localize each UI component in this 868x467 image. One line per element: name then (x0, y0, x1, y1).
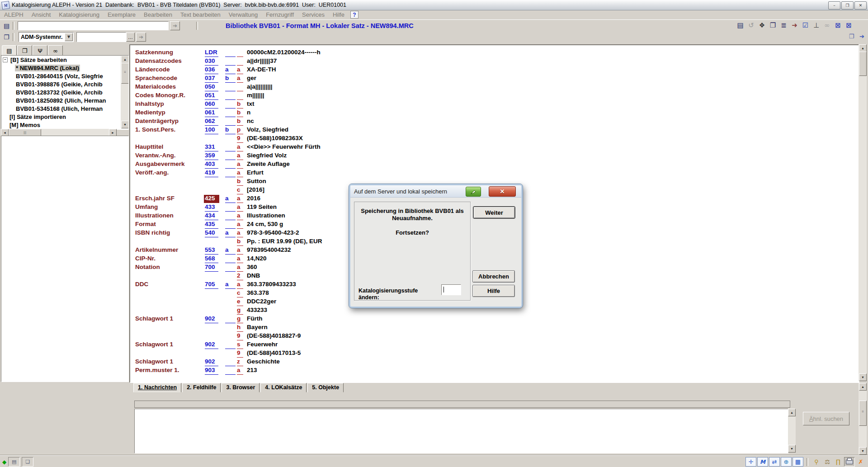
field-value[interactable]: 24 cm, 530 g (247, 221, 283, 228)
record-row[interactable]: SatzkennungLDR00000cM2.01200024------h (130, 49, 859, 57)
field-tag[interactable]: 331 (205, 143, 218, 151)
move-panes-icon[interactable]: ✛ (745, 457, 756, 467)
field-value[interactable]: 2016 (247, 195, 260, 203)
record-row[interactable]: Ländercode036aaXA-DE-TH (130, 66, 859, 75)
tree-item[interactable]: [M] Memos (1, 121, 128, 129)
record-row[interactable]: 9(DE-588)10982363X (130, 135, 859, 143)
field-value[interactable]: (DE-588)10982363X (247, 135, 303, 142)
open-book-icon[interactable]: ❐ (768, 21, 778, 30)
close-record-icon[interactable]: ⊠ (833, 21, 843, 30)
tree-item[interactable]: BVB01-1283732 (Geikie, Archib (1, 88, 128, 96)
scale-icon[interactable]: ⚖ (822, 458, 832, 466)
field-value[interactable]: Erfurt (247, 169, 264, 177)
tree-item[interactable]: −[B] Sätze bearbeiten (1, 56, 128, 64)
tab-5-objekte[interactable]: 5. Objekte (307, 383, 344, 392)
tab-3-browser[interactable]: 3. Browser (222, 383, 259, 392)
field-value[interactable]: 119 Seiten (247, 203, 277, 211)
record-go-button[interactable]: ➔ (170, 21, 180, 30)
menu-fernzugriff[interactable]: Fernzugriff (262, 11, 298, 18)
tree-vertical-scrollbar[interactable]: ▲ ≡ ▼ (121, 56, 128, 128)
field-tag[interactable]: 051 (205, 92, 218, 100)
field-value[interactable]: Feuerwehr (247, 341, 278, 349)
field-tag[interactable]: 062 (205, 118, 218, 126)
field-tag[interactable]: 434 (205, 212, 218, 220)
field-value[interactable]: [2016] (247, 186, 264, 194)
field-value[interactable]: a|a|||||||||| (247, 83, 273, 91)
field-value[interactable]: Geschichte (247, 358, 280, 366)
chevron-down-icon[interactable]: ▼ (65, 33, 73, 41)
keyboard-table-icon[interactable]: ▦ (793, 457, 803, 467)
cataloging-level-input[interactable] (441, 284, 461, 295)
record-row[interactable]: Schlagwort 1902zGeschichte (130, 358, 859, 367)
scroll-up-icon[interactable]: ▲ (788, 409, 796, 416)
field-value[interactable]: nc (247, 118, 254, 125)
field-tag[interactable]: 403 (205, 160, 218, 169)
tree-tab-search[interactable]: ∞ (48, 45, 63, 56)
exit-record-icon[interactable]: ➜ (790, 21, 799, 30)
field-value[interactable]: ger (247, 75, 256, 82)
field-value[interactable]: Bayern (247, 324, 268, 331)
similar-search-button[interactable]: Ähnl. suchen (803, 412, 849, 425)
record-tree-icon[interactable]: ❖ (757, 21, 767, 30)
field-value[interactable]: n (247, 109, 250, 117)
admin-go-button[interactable]: ➔ (136, 33, 146, 42)
record-row[interactable]: Sprachencode037bager (130, 75, 859, 83)
tree-tab-copy-records[interactable]: ❐ (17, 45, 32, 56)
scroll-down-icon[interactable]: ▼ (859, 373, 867, 381)
record-row[interactable]: Materialcodes050a|a|||||||||| (130, 83, 859, 92)
record-row[interactable]: Perm.muster 1.903a213 (130, 367, 859, 375)
field-tag[interactable]: 030 (205, 57, 218, 66)
field-value[interactable]: Sutton (247, 178, 266, 185)
field-value[interactable]: 213 (247, 367, 257, 374)
cancel-icon[interactable]: ✗ (856, 458, 866, 466)
field-tag[interactable]: 902 (205, 358, 218, 366)
field-value[interactable]: <<Die>> Feuerwehr Fürth (247, 143, 321, 151)
admin-number-input[interactable] (76, 32, 126, 42)
record-row[interactable]: Haupttitel331a<<Die>> Feuerwehr Fürth (130, 143, 859, 152)
connection-status-icon[interactable]: ◆ (2, 459, 6, 465)
field-value[interactable]: 14,N20 (247, 255, 267, 263)
record-row[interactable]: Schlagwort 1902sFeuerwehr (130, 341, 859, 349)
record-row[interactable]: 1. Sonst.Pers.100bpVolz, Siegfried (130, 126, 859, 135)
goto-record-icon[interactable]: ➔ (858, 32, 866, 40)
tree-item[interactable]: * NEW894.MRC (Lokal) (1, 64, 128, 72)
tab-2-feldhilfe[interactable]: 2. Feldhilfe (182, 383, 221, 392)
field-tag[interactable]: 037 (205, 75, 218, 83)
undo-icon[interactable]: ↺ (746, 21, 756, 30)
expander-icon[interactable]: − (3, 57, 8, 62)
field-tag[interactable]: 568 (205, 255, 218, 263)
record-row[interactable]: hBayern (130, 324, 859, 332)
field-value[interactable]: Fürth (247, 315, 263, 323)
record-row[interactable]: Verantw.-Ang.359aSiegfried Volz (130, 152, 859, 160)
field-value[interactable]: Illustrationen (247, 212, 285, 220)
record-row[interactable]: Schlagwort 1902gFürth (130, 315, 859, 324)
field-tag[interactable]: 036 (205, 66, 218, 74)
record-search-input[interactable] (18, 21, 169, 30)
field-tag[interactable]: LDR (205, 49, 218, 57)
scrollbar-thumb[interactable]: ≡ (121, 63, 129, 84)
check-record-icon[interactable]: ☑ (801, 21, 810, 30)
field-value[interactable]: (DE-588)4018827-9 (247, 332, 301, 340)
record-row[interactable]: Datensatzcodes030a||dr||||||37 (130, 57, 859, 66)
field-value[interactable]: XA-DE-TH (247, 66, 276, 74)
browse-button[interactable]: … (126, 33, 135, 42)
menu-exemplare[interactable]: Exemplare (104, 11, 140, 18)
document-status-icon[interactable]: ❏ (22, 457, 33, 467)
record-row[interactable]: Medientyp061bn (130, 109, 859, 118)
record-row[interactable]: 9(DE-588)4017013-5 (130, 349, 859, 358)
record-bar-icon[interactable]: ▤ (2, 21, 11, 30)
field-tag[interactable]: 903 (205, 367, 218, 375)
edit-record-icon[interactable]: ▤ (736, 21, 745, 30)
field-tag[interactable]: 700 (205, 264, 218, 272)
scroll-up-icon[interactable]: ▲ (859, 44, 867, 52)
field-tag[interactable]: 433 (205, 203, 218, 212)
field-value[interactable]: 978-3-95400-423-2 (247, 229, 299, 237)
weiter-button[interactable]: Weiter (473, 207, 515, 218)
field-value[interactable]: Zweite Auflage (247, 160, 290, 168)
field-tag[interactable]: 060 (205, 100, 218, 108)
scrollbar-thumb[interactable] (859, 52, 867, 76)
full-view-icon[interactable]: ≣ (779, 21, 788, 30)
field-value[interactable]: Siegfried Volz (247, 152, 287, 160)
window-record-icon[interactable]: ❐ (847, 32, 856, 40)
tree-item[interactable]: BVB01-28640415 (Volz, Siegfrie (1, 72, 128, 80)
